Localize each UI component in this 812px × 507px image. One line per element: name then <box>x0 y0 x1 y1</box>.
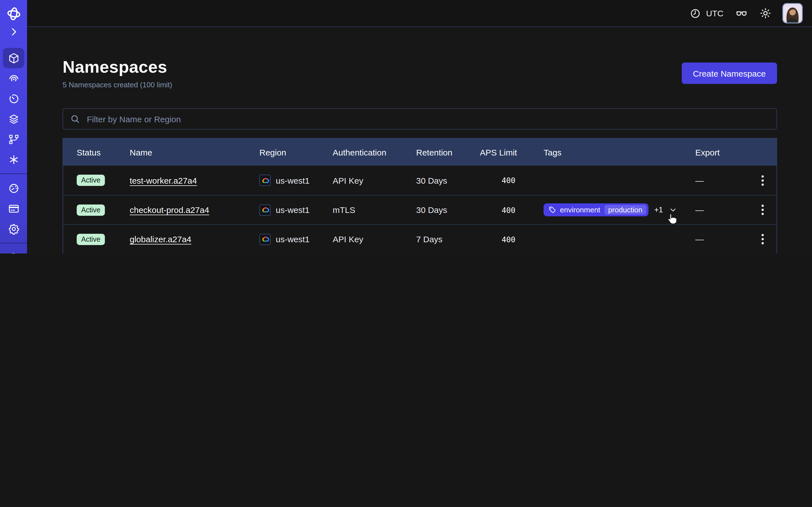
gauge-icon <box>8 182 19 194</box>
namespace-link[interactable]: globalizer.a27a4 <box>130 234 192 244</box>
glasses-icon <box>735 7 748 19</box>
create-namespace-button[interactable]: Create Namespace <box>682 62 777 84</box>
table-row: Active globalizer.a27a4 us-west1 API Key… <box>63 224 776 253</box>
asterisk-icon <box>8 154 19 165</box>
layers-icon <box>8 113 19 125</box>
tag-key: environment <box>560 206 600 214</box>
sidebar-divider <box>0 173 27 174</box>
col-status: Status <box>77 147 130 157</box>
timer-icon <box>8 93 19 105</box>
gcp-cloud-icon <box>259 204 271 216</box>
branch-icon <box>8 133 19 145</box>
name-cell: test-worker.a27a4 <box>130 175 259 185</box>
gcp-cloud-icon <box>259 233 271 245</box>
col-aps-limit: APS Limit <box>480 147 515 157</box>
auth-cell: API Key <box>333 234 416 244</box>
status-badge: Active <box>77 233 105 245</box>
export-cell: — <box>695 205 742 215</box>
aps-cell: 400 <box>480 176 515 185</box>
sidebar-nav-account <box>3 178 24 239</box>
retention-cell: 30 Days <box>416 205 480 215</box>
namespace-link[interactable]: checkout-prod.a27a4 <box>130 205 209 215</box>
sidebar-item-nexus[interactable] <box>3 129 24 149</box>
status-cell: Active <box>77 233 130 245</box>
labs-toggle[interactable] <box>735 7 748 19</box>
region-label: us-west1 <box>276 205 310 215</box>
tag-icon <box>549 206 556 214</box>
sidebar-item-settings[interactable] <box>3 219 24 239</box>
retention-cell: 30 Days <box>416 175 480 185</box>
aps-cell: 400 <box>480 235 515 244</box>
status-cell: Active <box>77 204 130 216</box>
tags-cell: environment production +1 <box>515 203 695 216</box>
auth-cell: mTLS <box>333 205 416 215</box>
export-cell: — <box>695 234 742 244</box>
filter-input[interactable] <box>86 114 770 124</box>
sidebar-item-usage[interactable] <box>3 178 24 198</box>
sidebar-item-batch[interactable] <box>3 149 24 170</box>
col-region: Region <box>259 147 333 157</box>
aps-cell: 400 <box>480 205 515 214</box>
col-tags: Tags <box>515 147 695 157</box>
sidebar-divider <box>0 243 27 243</box>
sidebar-nav-primary <box>3 48 24 170</box>
row-actions-button[interactable] <box>758 231 767 247</box>
sun-icon <box>760 7 771 19</box>
cube-icon <box>8 52 19 64</box>
sidebar-item-workflows[interactable] <box>3 68 24 89</box>
region-label: us-west1 <box>276 175 310 185</box>
table-body: Active test-worker.a27a4 us-west1 API Ke… <box>63 166 776 253</box>
sidebar-item-deployments[interactable] <box>3 109 24 129</box>
sidebar-expand-button[interactable] <box>8 26 19 37</box>
temporal-logo[interactable] <box>6 6 21 21</box>
eye-spiral-icon <box>8 72 19 84</box>
chevron-down-icon[interactable] <box>668 206 677 214</box>
sidebar-item-billing[interactable] <box>3 198 24 219</box>
gcp-cloud-icon <box>259 175 271 186</box>
app-root: 2.35.1 UTC <box>0 0 812 253</box>
status-badge: Active <box>77 204 105 216</box>
avatar[interactable] <box>783 4 802 22</box>
col-export: Export <box>695 147 742 157</box>
namespaces-table: Status Name Region Authentication Retent… <box>63 138 777 253</box>
region-cell: us-west1 <box>259 233 333 245</box>
page-subtitle: 5 Namespaces created (100 limit) <box>63 80 172 89</box>
col-name: Name <box>130 147 259 157</box>
region-label: us-west1 <box>276 234 310 244</box>
sidebar-item-namespaces[interactable] <box>3 48 24 68</box>
row-actions-button[interactable] <box>758 173 767 188</box>
namespace-link[interactable]: test-worker.a27a4 <box>130 175 197 185</box>
gear-icon <box>8 223 19 235</box>
theme-toggle[interactable] <box>760 7 771 19</box>
tag-value: production <box>604 205 646 215</box>
row-actions-button[interactable] <box>758 202 767 217</box>
status-badge: Active <box>77 175 105 186</box>
status-cell: Active <box>77 175 130 186</box>
page-title: Namespaces <box>63 57 172 76</box>
search-icon <box>70 114 80 124</box>
chevron-right-icon <box>8 26 19 37</box>
main-content: Namespaces 5 Namespaces created (100 lim… <box>27 27 812 253</box>
export-cell: — <box>695 175 742 185</box>
clock-icon <box>690 8 701 19</box>
retention-cell: 7 Days <box>416 234 480 244</box>
timezone-selector[interactable]: UTC <box>690 8 723 19</box>
tag-more-count[interactable]: +1 <box>654 206 663 214</box>
timezone-label: UTC <box>706 8 723 18</box>
table-header: Status Name Region Authentication Retent… <box>63 138 776 166</box>
sidebar-nav-help <box>3 247 24 253</box>
filter-bar <box>63 108 777 129</box>
credit-card-icon <box>8 203 19 214</box>
sidebar-item-schedules[interactable] <box>3 89 24 109</box>
name-cell: globalizer.a27a4 <box>130 234 259 244</box>
sidebar-item-support[interactable] <box>3 247 24 253</box>
name-cell: checkout-prod.a27a4 <box>130 205 259 215</box>
tag-pill[interactable]: environment production <box>544 203 649 216</box>
auth-cell: API Key <box>333 175 416 185</box>
col-authentication: Authentication <box>333 147 416 157</box>
sidebar: 2.35.1 <box>0 0 27 253</box>
life-ring-icon <box>8 252 19 253</box>
table-row: Active checkout-prod.a27a4 us-west1 mTLS… <box>63 195 776 224</box>
topbar: UTC <box>27 0 812 27</box>
table-row: Active test-worker.a27a4 us-west1 API Ke… <box>63 166 776 195</box>
